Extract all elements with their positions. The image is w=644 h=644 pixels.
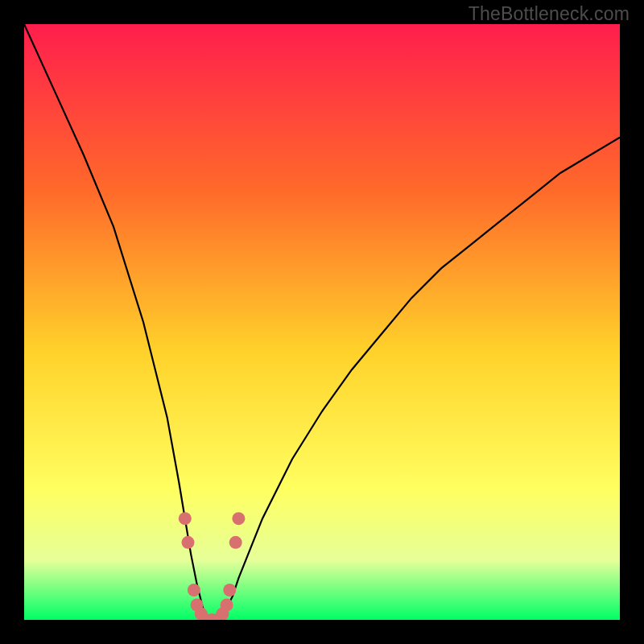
marker-dot [179, 512, 192, 525]
watermark-text: TheBottleneck.com [469, 3, 630, 25]
chart-frame: TheBottleneck.com [0, 0, 644, 644]
gradient-background [24, 24, 620, 620]
marker-dot [223, 584, 236, 597]
chart-svg [24, 24, 620, 620]
chart-plot-area [24, 24, 620, 620]
marker-dot [232, 512, 245, 525]
marker-dot [188, 584, 200, 597]
marker-dot [229, 536, 242, 549]
marker-dot [182, 536, 195, 549]
marker-dot [221, 599, 233, 612]
